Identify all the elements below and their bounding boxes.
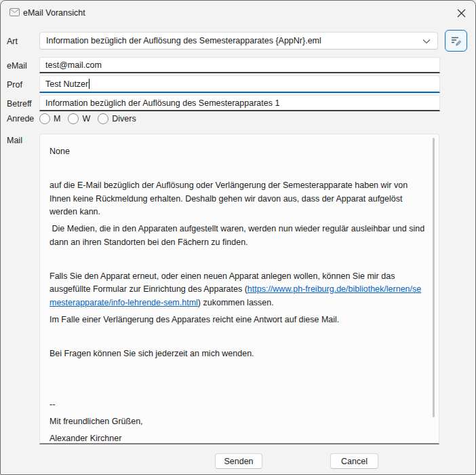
mail-label: Mail [7,136,22,145]
mail-paragraph: Bei Fragen können Sie sich jederzeit an … [49,347,427,361]
mail-body-textarea[interactable]: None auf die E-Mail bezüglich der Auflös… [39,134,439,444]
radio-divers[interactable]: Divers [98,113,136,124]
signature-greeting: Mit freundlichen Grüßen, [49,415,427,429]
art-label: Art [7,37,18,46]
mail-paragraph: Falls Sie den Apparat erneut, oder einen… [49,270,427,310]
radio-circle-icon [68,113,79,124]
radio-divers-label: Divers [112,114,136,124]
betreff-input[interactable]: Information bezüglich der Auflösung des … [39,95,440,111]
chevron-down-icon [422,39,431,44]
mail-body-content: None auf die E-Mail bezüglich der Auflös… [40,134,439,444]
template-select[interactable]: Information bezüglich der Auflösung des … [39,32,438,50]
prof-value: Test Nutzer [45,79,88,89]
signature-separator: -- [49,398,427,412]
close-button[interactable] [450,2,473,24]
cancel-button[interactable]: Cancel [330,453,378,469]
edit-note-icon [450,35,462,46]
signature-name: Alexander Kirchner [49,432,427,445]
radio-circle-icon [98,113,108,124]
radio-w[interactable]: W [68,113,90,124]
email-preview-dialog: eMail Voransicht Art Information bezügli… [0,0,476,475]
send-button[interactable]: Senden [215,453,262,469]
mail-paragraph: Im Falle einer Verlängerung des Apparate… [49,314,427,327]
radio-m[interactable]: M [39,113,60,124]
betreff-value: Information bezüglich der Auflösung des … [45,98,279,108]
prof-input[interactable]: Test Nutzer [39,75,440,93]
mail-paragraph: auf die E-Mail bezüglich der Auflösung o… [49,179,427,219]
mail-scrollbar[interactable] [433,138,435,417]
radio-circle-icon [39,113,50,124]
radio-w-label: W [82,114,90,124]
anrede-radio-group: M W Divers [39,112,144,126]
email-value: test@mail.com [45,60,102,70]
email-label: eMail [7,61,27,71]
titlebar: eMail Voransicht [1,1,475,25]
radio-m-label: M [54,114,60,124]
close-icon [457,9,466,18]
mail-paragraph-text: ) zukommen lassen. [198,298,274,307]
mail-paragraph: Die Medien, die in den Apparaten aufgest… [49,223,427,249]
anrede-label: Anrede [7,114,34,124]
window-title: eMail Voransicht [23,8,85,18]
prof-label: Prof [7,80,22,90]
edit-template-button[interactable] [445,30,467,52]
mail-greeting: None [49,145,427,159]
betreff-label: Betreff [7,99,32,109]
template-select-value: Information bezüglich der Auflösung des … [46,36,321,45]
text-caret [89,79,90,89]
envelope-icon [9,8,20,16]
email-input[interactable]: test@mail.com [39,57,440,73]
